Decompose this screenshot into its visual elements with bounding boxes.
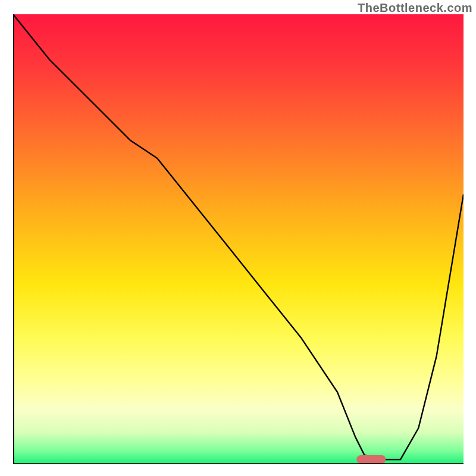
gradient-background [13,14,464,464]
chart-svg [13,14,464,464]
watermark-text: TheBottleneck.com [358,1,472,15]
chart-canvas [13,14,464,464]
optimal-marker [356,455,386,464]
